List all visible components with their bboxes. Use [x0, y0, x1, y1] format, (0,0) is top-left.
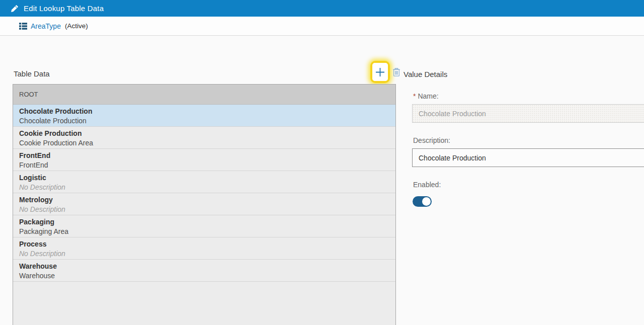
breadcrumb-table-name[interactable]: AreaType [31, 22, 61, 30]
table-row[interactable]: Logistic No Description [13, 171, 395, 193]
row-description: No Description [19, 249, 395, 258]
breadcrumb-bar: AreaType (Active) [0, 17, 644, 36]
row-name: FrontEnd [19, 151, 395, 160]
table-rows: Chocolate Production Chocolate Productio… [13, 105, 395, 282]
required-marker: * [413, 92, 416, 100]
table-row[interactable]: Process No Description [13, 237, 395, 260]
description-field-label: Description: [413, 136, 450, 144]
row-name: Logistic [19, 173, 395, 183]
trash-icon[interactable] [392, 67, 401, 77]
table-row[interactable]: Packaging Packaging Area [13, 215, 395, 237]
row-description: Packaging Area [19, 227, 395, 236]
lookup-table-icon [19, 23, 27, 30]
table-data-label: Table Data [14, 69, 50, 78]
row-description: Cookie Production Area [19, 138, 395, 147]
page-title: Edit Lookup Table Data [24, 4, 104, 13]
value-details-title: Value Details [404, 70, 447, 78]
row-name: Packaging [19, 217, 395, 227]
row-description: No Description [19, 205, 395, 214]
row-description: No Description [19, 183, 395, 192]
enabled-toggle[interactable] [413, 196, 432, 207]
app-header: Edit Lookup Table Data [0, 0, 644, 17]
row-name: Chocolate Production [19, 107, 395, 116]
table-row[interactable]: Metrology No Description [13, 193, 395, 215]
row-description: FrontEnd [19, 160, 395, 170]
table-row[interactable]: FrontEnd FrontEnd [13, 149, 395, 171]
table-row[interactable]: Warehouse Warehouse [13, 260, 395, 282]
table-data-list: ROOT Chocolate Production Chocolate Prod… [13, 84, 396, 325]
description-input[interactable] [412, 148, 644, 167]
name-field-label: *Name: [413, 92, 439, 100]
table-root-header: ROOT [13, 85, 395, 105]
plus-icon [375, 67, 385, 77]
pencil-icon [11, 5, 19, 13]
row-name: Warehouse [19, 262, 395, 271]
click-highlight-ring [370, 61, 390, 83]
row-name: Metrology [19, 195, 395, 205]
row-name: Cookie Production [19, 129, 395, 138]
table-row[interactable]: Chocolate Production Chocolate Productio… [13, 105, 395, 127]
name-input[interactable] [412, 104, 644, 123]
breadcrumb-status: (Active) [65, 22, 88, 30]
add-value-button[interactable] [372, 63, 388, 81]
row-name: Process [19, 239, 395, 249]
toggle-knob [422, 197, 431, 206]
row-description: Warehouse [19, 271, 395, 280]
row-description: Chocolate Production [19, 116, 395, 125]
table-row[interactable]: Cookie Production Cookie Production Area [13, 127, 395, 149]
enabled-field-label: Enabled: [413, 181, 441, 189]
